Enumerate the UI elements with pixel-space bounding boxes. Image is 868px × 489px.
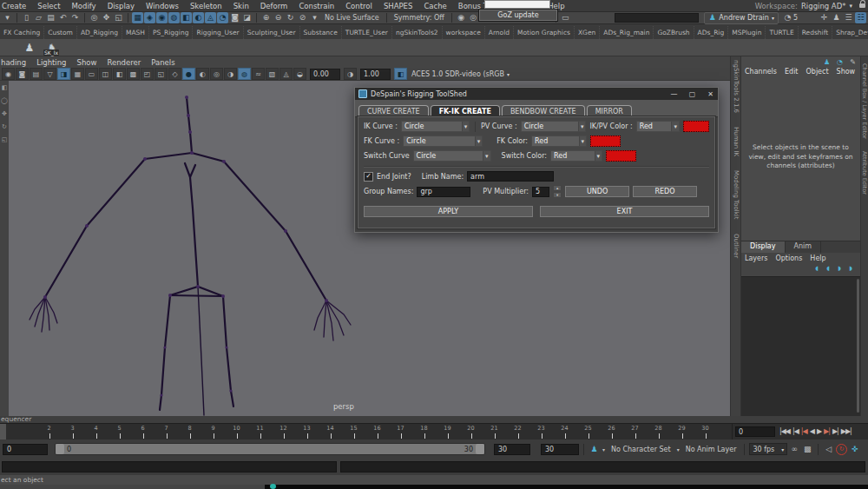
- shelf-tab[interactable]: XGen: [575, 26, 600, 39]
- redo-icon[interactable]: ↷: [69, 12, 81, 23]
- toolbox-move-icon[interactable]: ✥: [1, 110, 9, 118]
- pv-multiplier-stepper[interactable]: ▴▾: [553, 185, 562, 198]
- ikpv-color-swatch[interactable]: [683, 121, 709, 132]
- menu-item[interactable]: Display: [108, 2, 135, 10]
- safe-action-icon[interactable]: ◰: [141, 68, 154, 80]
- frame-tick[interactable]: 16: [365, 425, 389, 439]
- occlusion-icon[interactable]: ◍: [238, 68, 251, 80]
- frame-tick[interactable]: 2: [37, 425, 61, 439]
- menu-item[interactable]: SHAPES: [384, 2, 413, 10]
- dock-tab[interactable]: Attribute Editor: [861, 151, 868, 195]
- channel-box-menu-item[interactable]: Channels: [745, 68, 777, 76]
- go-to-end-button[interactable]: ▶▶|: [840, 426, 852, 437]
- channel-sliders-icon[interactable]: ☰: [843, 12, 854, 23]
- bookmarks-icon[interactable]: ▽: [43, 68, 56, 80]
- exit-button[interactable]: EXIT: [540, 206, 709, 217]
- character-controls-icon[interactable]: ♟: [831, 12, 842, 23]
- gate-mask-icon[interactable]: ◧: [113, 68, 126, 80]
- layer-move-up-icon[interactable]: ◖: [812, 264, 821, 273]
- channel-box-menu-item[interactable]: Object: [806, 68, 829, 76]
- menu-item[interactable]: Create: [2, 2, 26, 10]
- shelf-tab[interactable]: Rigging_User: [193, 26, 243, 39]
- snap-point-icon[interactable]: ◉: [156, 12, 168, 23]
- shelf-tab[interactable]: FX Caching: [0, 26, 44, 39]
- step-back-frame-button[interactable]: |◀: [792, 426, 799, 437]
- switch-curve-dropdown[interactable]: Circle▾: [413, 150, 491, 162]
- select-tool-icon[interactable]: ◎: [89, 12, 100, 23]
- wireframe-icon[interactable]: ◇: [168, 68, 181, 80]
- pv-curve-dropdown[interactable]: Circle▾: [521, 121, 587, 132]
- mute-audio-icon[interactable]: ◁: [823, 444, 834, 455]
- switch-color-swatch[interactable]: [606, 150, 636, 162]
- frame-selection-icon[interactable]: ▭: [560, 12, 571, 23]
- menu-item[interactable]: Cache: [424, 2, 446, 10]
- set-range-icon[interactable]: ▩: [801, 444, 813, 455]
- isolate-select-icon[interactable]: ◬: [279, 68, 293, 80]
- menu-item[interactable]: Control: [345, 2, 372, 10]
- dock-tab[interactable]: Modeling Toolkit: [733, 170, 740, 219]
- panel-menu-item[interactable]: Lighting: [36, 58, 66, 67]
- shelf-tab[interactable]: Motion Graphics: [514, 26, 575, 39]
- select-camera-icon[interactable]: ◉: [2, 68, 15, 80]
- layer-empty-new-icon[interactable]: ◗: [835, 264, 844, 273]
- fk-curve-dropdown[interactable]: Circle▾: [403, 135, 483, 147]
- selection-mask-dropdown[interactable]: ▾: [2, 12, 13, 23]
- shelf-tab[interactable]: ADs_Rig_main: [600, 26, 654, 39]
- layer-panel-menu-item[interactable]: Help: [810, 254, 825, 262]
- render-icon[interactable]: ◉: [456, 12, 467, 23]
- snap-projected-center-icon[interactable]: ◍: [168, 12, 180, 23]
- frame-tick[interactable]: 11: [248, 425, 272, 439]
- menu-item[interactable]: Windows: [146, 2, 179, 10]
- construction-history-icon[interactable]: ⊘: [297, 12, 308, 23]
- live-surface-dropdown[interactable]: ▾: [309, 12, 320, 23]
- snap-surface-icon[interactable]: ◐: [193, 12, 204, 23]
- snap-curve-icon[interactable]: ◈: [144, 12, 155, 23]
- frame-tick[interactable]: 27: [623, 425, 647, 439]
- shelf-tab[interactable]: MASH: [122, 26, 149, 39]
- goz-update-button[interactable]: GoZ update: [478, 9, 558, 22]
- menu-item[interactable]: Select: [37, 2, 60, 10]
- output-connections-icon[interactable]: ⊖: [273, 12, 284, 23]
- color-management-icon[interactable]: ◧: [394, 68, 407, 80]
- toolbar-icon[interactable]: [451, 13, 452, 23]
- pencil-icon[interactable]: ✎: [848, 57, 858, 67]
- limb-name-input[interactable]: arm: [467, 171, 554, 182]
- frame-tick[interactable]: 12: [272, 425, 295, 439]
- toolbox-rotate-icon[interactable]: ↻: [1, 123, 9, 131]
- scale-tool-icon[interactable]: ◱: [113, 12, 124, 23]
- playback-end-field[interactable]: 30: [494, 444, 530, 455]
- minimize-button[interactable]: —: [667, 88, 681, 100]
- shelf-tab[interactable]: Custom: [44, 26, 77, 39]
- undo-icon[interactable]: ↶: [57, 12, 69, 23]
- frame-tick[interactable]: 21: [483, 425, 506, 439]
- switch-color-dropdown[interactable]: Red▾: [550, 150, 602, 162]
- scrollbar[interactable]: [857, 279, 859, 413]
- frame-tick[interactable]: 20: [459, 425, 483, 439]
- make-live-icon[interactable]: ◬: [205, 12, 216, 23]
- folder-open-icon[interactable]: ▱: [33, 12, 44, 23]
- frame-tick[interactable]: 15: [342, 425, 365, 439]
- channel-box-menu-item[interactable]: Edit: [785, 68, 799, 76]
- dialog-tab[interactable]: CURVE CREATE: [358, 105, 429, 116]
- multisample-icon[interactable]: ▧: [266, 68, 279, 80]
- film-gate-icon[interactable]: ▭: [85, 68, 98, 80]
- gamma-icon[interactable]: ◑: [344, 68, 357, 80]
- playback-loop-icon[interactable]: ∞: [787, 444, 801, 455]
- shelf-tab[interactable]: MSPlugin: [728, 26, 766, 39]
- frame-tick[interactable]: 10: [225, 425, 248, 439]
- toolbox-select-icon[interactable]: ◧: [1, 84, 9, 92]
- dock-tab[interactable]: Channel Box / Layer Editor: [861, 63, 868, 139]
- field-chart-icon[interactable]: ▩: [127, 68, 140, 80]
- shelf-tab[interactable]: ADs_Rig: [694, 26, 729, 39]
- range-start-handle[interactable]: [56, 444, 64, 454]
- go-to-start-button[interactable]: |◀◀: [779, 426, 791, 437]
- layer-panel-tab[interactable]: Anim: [786, 241, 822, 253]
- colorspace-value[interactable]: ACES 1.0 SDR-video (sRGB: [411, 70, 504, 78]
- snap-grid-icon[interactable]: ▦: [132, 12, 143, 23]
- frame-tick[interactable]: 5: [108, 425, 131, 439]
- grid-icon[interactable]: ▦: [71, 68, 84, 80]
- menu-item[interactable]: Modify: [71, 2, 95, 10]
- frame-tick[interactable]: 23: [529, 425, 553, 439]
- toolbar-icon[interactable]: [84, 13, 85, 23]
- character-icon[interactable]: ♟: [822, 57, 832, 67]
